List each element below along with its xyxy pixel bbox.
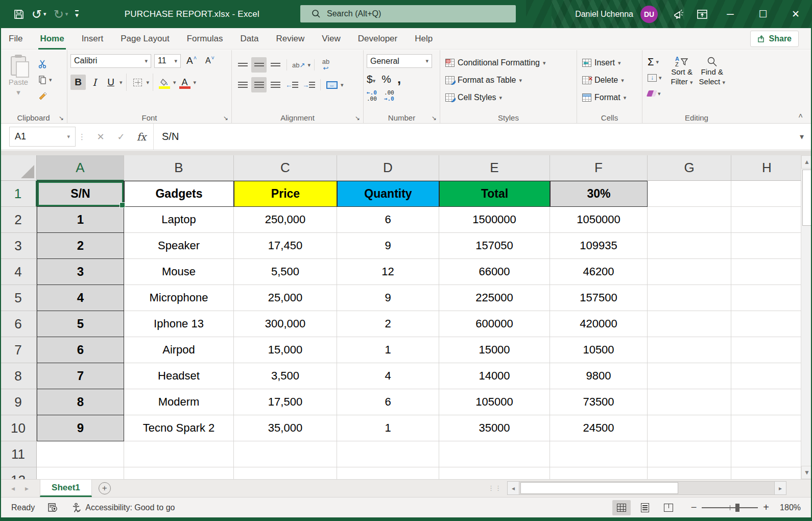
middle-align-button[interactable] [251,57,267,73]
vertical-scrollbar[interactable]: ▲ ▼ [801,155,812,479]
column-header-G[interactable]: G [648,155,731,181]
zoom-slider[interactable] [702,507,758,508]
autosum-button[interactable]: Σ ▾ [646,55,664,68]
conditional-formatting-button[interactable]: Conditional Formatting▾ [443,55,548,70]
cell-G2[interactable] [648,207,731,233]
cell-B12[interactable] [124,467,234,479]
tab-review[interactable]: Review [267,28,313,50]
font-size-combo[interactable]: 11▾ [154,54,181,68]
cell-E3[interactable]: 157050 [439,233,550,259]
top-align-button[interactable] [235,57,250,73]
name-box-dropdown[interactable]: ▾ [67,134,70,139]
cell-D12[interactable] [337,467,439,479]
next-sheet-button[interactable]: ▸ [25,484,29,492]
clear-button[interactable]: ▾ [646,87,664,100]
cell-C7[interactable]: 15,000 [234,337,337,363]
cell-F3[interactable]: 109935 [550,233,648,259]
fill-color-dropdown[interactable]: ▾ [173,80,176,85]
zoom-in-button[interactable]: + [763,502,769,513]
cell-A6[interactable]: 5 [37,311,124,337]
macro-record-button[interactable] [48,503,58,512]
cell-G3[interactable] [648,233,731,259]
column-header-D[interactable]: D [337,155,439,181]
cell-A4[interactable]: 3 [37,259,124,285]
merge-center-button[interactable]: ↔ [324,77,340,92]
cell-D6[interactable]: 2 [337,311,439,337]
cell-E10[interactable]: 35000 [439,415,550,441]
cut-button[interactable] [36,57,54,70]
name-box-resize-handle[interactable]: ⋮ [76,124,89,150]
ribbon-display-options-button[interactable] [690,0,714,28]
cell-H9[interactable] [731,389,801,415]
cell-C11[interactable] [234,441,337,467]
fill-button[interactable]: ↓ ▾ [646,71,664,84]
column-header-H[interactable]: H [731,155,801,181]
search-box[interactable]: Search (Alt+Q) [300,5,516,22]
cell-A5[interactable]: 4 [37,285,124,311]
cell-G12[interactable] [648,467,731,479]
column-header-F[interactable]: F [550,155,648,181]
cell-C4[interactable]: 5,500 [234,259,337,285]
format-cells-button[interactable]: Format▾ [580,90,628,105]
cell-G11[interactable] [648,441,731,467]
number-dialog-launcher[interactable]: ↘ [432,114,437,122]
avatar[interactable]: DU [640,6,658,23]
cell-F4[interactable]: 46200 [550,259,648,285]
name-box[interactable]: A1 ▾ [9,127,76,147]
scroll-left-button[interactable]: ◂ [507,481,519,495]
cell-D7[interactable]: 1 [337,337,439,363]
share-button[interactable]: Share [750,31,799,47]
feedback-button[interactable] [667,0,690,28]
cell-F10[interactable]: 24500 [550,415,648,441]
cell-B2[interactable]: Laptop [124,207,234,233]
paste-button[interactable]: Paste ▾ [3,53,34,96]
cell-C12[interactable] [234,467,337,479]
cell-H7[interactable] [731,337,801,363]
increase-decimal-button[interactable]: ←.0.00 [367,90,377,102]
cell-B6[interactable]: Iphone 13 [124,311,234,337]
cell-F11[interactable] [550,441,648,467]
tab-data[interactable]: Data [232,28,268,50]
cell-F9[interactable]: 73500 [550,389,648,415]
column-header-E[interactable]: E [439,155,550,181]
cell-D5[interactable]: 9 [337,285,439,311]
cell-D3[interactable]: 9 [337,233,439,259]
cell-C1[interactable]: Price [234,181,337,207]
new-sheet-button[interactable]: + [92,480,117,497]
redo-button[interactable]: ↻▾ [54,8,68,20]
accounting-format-button[interactable]: $▾ [367,73,375,85]
percent-style-button[interactable]: % [381,73,391,85]
undo-button[interactable]: ↺▾ [32,8,46,20]
borders-dropdown[interactable]: ▾ [147,80,150,85]
row-header-6[interactable]: 6 [0,311,37,337]
cell-A1[interactable]: S/N [37,181,124,207]
decrease-decimal-button[interactable]: .00→.0 [384,90,394,102]
cell-H5[interactable] [731,285,801,311]
minimize-button[interactable]: ─ [714,0,747,28]
zoom-slider-thumb[interactable] [735,504,739,512]
insert-cells-button[interactable]: Insert▾ [580,55,628,70]
cell-D10[interactable]: 1 [337,415,439,441]
underline-button[interactable]: U [103,75,118,90]
select-all-corner[interactable] [0,155,37,181]
tab-help[interactable]: Help [406,28,441,50]
cell-G5[interactable] [648,285,731,311]
page-break-preview-button[interactable] [659,500,678,515]
font-color-button[interactable]: A [177,75,193,90]
cell-G4[interactable] [648,259,731,285]
tab-developer[interactable]: Developer [349,28,407,50]
close-button[interactable]: ✕ [779,0,812,28]
scrollbar-resize-handle[interactable]: ⋮⋮ [488,484,502,492]
font-color-dropdown[interactable]: ▾ [194,80,197,85]
cell-D8[interactable]: 4 [337,363,439,389]
merge-center-dropdown[interactable]: ▾ [341,82,344,88]
cancel-button[interactable]: ✕ [92,128,109,146]
normal-view-button[interactable] [612,500,631,515]
cell-A7[interactable]: 6 [37,337,124,363]
accessibility-checker[interactable]: Accessibility: Good to go [71,503,175,513]
maximize-button[interactable]: ☐ [747,0,779,28]
cell-C5[interactable]: 25,000 [234,285,337,311]
cell-B11[interactable] [124,441,234,467]
cell-H3[interactable] [731,233,801,259]
column-header-A[interactable]: A [37,155,124,181]
